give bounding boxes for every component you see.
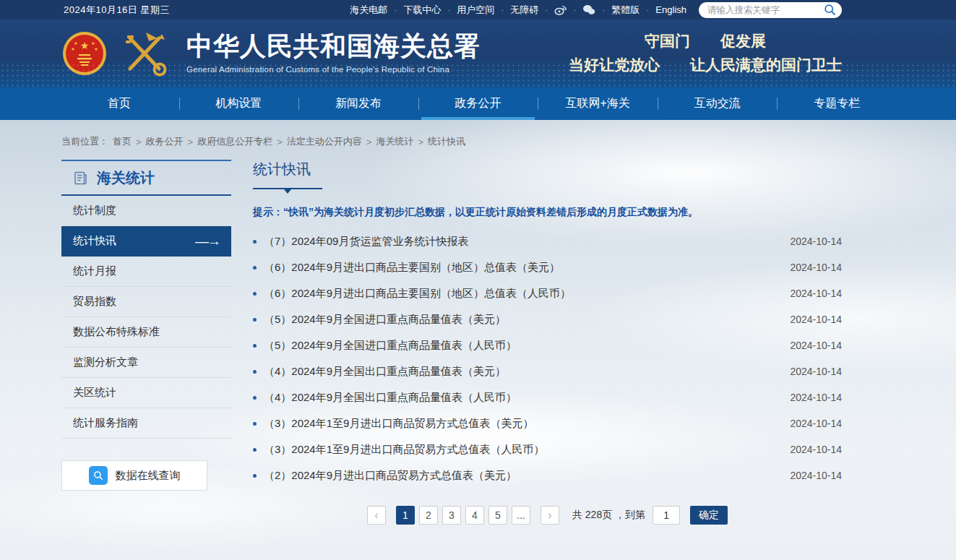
content-area: 当前位置： 首页 > 政务公开 > 政府信息公开专栏 > 法定主动公开内容 > … (0, 120, 956, 560)
page-button-5[interactable]: 5 (488, 506, 507, 525)
sidebar-title: 海关统计 (61, 160, 231, 196)
bullet-icon (253, 370, 257, 374)
sidebar-item-analysis-articles[interactable]: 监测分析文章 —→ (61, 348, 231, 378)
page-button-4[interactable]: 4 (465, 506, 484, 525)
toplink-userspace[interactable]: 用户空间 (457, 4, 494, 17)
dot-separator: · (447, 5, 450, 15)
news-link[interactable]: （3）2024年1至9月进出口商品贸易方式总值表（美元） (264, 417, 775, 431)
sidebar-item-statistics-express[interactable]: 统计快讯 —→ (61, 226, 231, 257)
news-date: 2024-10-14 (790, 470, 842, 481)
pagination: ‹ 1 2 3 4 5 ... › 共 228页 ，到第 确定 (253, 506, 842, 525)
search-input[interactable] (707, 5, 824, 15)
sidebar-item-label: 统计月报 (73, 264, 116, 278)
breadcrumb-home[interactable]: 首页 (113, 135, 132, 148)
news-link[interactable]: （4）2024年9月全国出口重点商品量值表（美元） (264, 365, 775, 379)
list-item: （3）2024年1至9月进出口商品贸易方式总值表（美元） 2024-10-14 (253, 410, 842, 436)
news-link[interactable]: （4）2024年9月全国出口重点商品量值表（人民币） (264, 391, 775, 405)
sidebar-item-district-statistics[interactable]: 关区统计 —→ (61, 378, 231, 408)
slogan-line-1: 守国门 促发展 (569, 30, 842, 53)
weibo-icon[interactable] (554, 4, 567, 15)
breadcrumb: 当前位置： 首页 > 政务公开 > 政府信息公开专栏 > 法定主动公开内容 > … (59, 120, 897, 148)
sidebar-item-statistics-system[interactable]: 统计制度 —→ (61, 196, 231, 226)
title-underline (253, 188, 322, 189)
current-date: 2024年10月16日 星期三 (64, 4, 170, 17)
site-logo[interactable]: ★ ★ ★ ★ ★ (62, 30, 171, 77)
sidebar-item-label: 监测分析文章 (73, 356, 138, 369)
breadcrumb-customs-statistics[interactable]: 海关统计 (376, 135, 413, 148)
breadcrumb-statistics-express: 统计快讯 (428, 135, 465, 148)
dot-separator: · (501, 5, 504, 15)
online-data-query-button[interactable]: 数据在线查询 (61, 460, 207, 491)
news-link[interactable]: （5）2024年9月全国进口重点商品量值表（美元） (264, 313, 775, 327)
query-button-label: 数据在线查询 (116, 469, 181, 483)
sidebar-item-service-guide[interactable]: 统计服务指南 —→ (61, 408, 231, 439)
nav-item-home[interactable]: 首页 (59, 87, 179, 120)
toplink-downloads[interactable]: 下载中心 (403, 4, 441, 17)
sidebar-item-special-standards[interactable]: 数据公布特殊标准 —→ (61, 317, 231, 348)
bullet-icon (253, 318, 257, 322)
next-page-button[interactable]: › (541, 506, 559, 525)
site-subtitle: General Administration of Customs of the… (186, 66, 481, 74)
list-item: （5）2024年9月全国进口重点商品量值表（人民币） 2024-10-14 (253, 332, 842, 358)
notice-text: 提示：“快讯”为海关统计月度初步汇总数据，以更正统计原始资料差错后形成的月度正式… (253, 206, 842, 219)
toplink-english[interactable]: English (655, 4, 686, 15)
svg-text:★: ★ (74, 41, 77, 46)
sidebar-item-monthly-report[interactable]: 统计月报 —→ (61, 257, 231, 287)
sidebar-item-trade-index[interactable]: 贸易指数 —→ (61, 287, 231, 317)
nav-item-news[interactable]: 新闻发布 (298, 87, 418, 120)
svg-text:★: ★ (94, 47, 98, 51)
search-icon[interactable] (824, 4, 836, 16)
page-button-2[interactable]: 2 (419, 506, 438, 525)
breadcrumb-statutory-content[interactable]: 法定主动公开内容 (287, 135, 362, 148)
bullet-icon (253, 448, 257, 452)
dot-separator: · (646, 5, 649, 15)
page-button-3[interactable]: 3 (442, 506, 461, 525)
header-slogan: 守国门 促发展 当好让党放心 让人民满意的国门卫士 (569, 30, 842, 77)
site-search[interactable] (699, 2, 842, 18)
list-item: （6）2024年9月进出口商品主要国别（地区）总值表（人民币） 2024-10-… (253, 280, 842, 306)
page-button-ellipsis[interactable]: ... (512, 506, 530, 525)
news-date: 2024-10-14 (790, 340, 842, 351)
goto-page-input[interactable] (653, 506, 680, 525)
customs-emblem-icon (117, 30, 171, 77)
bullet-icon (253, 422, 257, 426)
query-search-icon (89, 466, 108, 485)
total-pages-text: 共 228页 ，到第 (572, 509, 645, 522)
list-item: （7）2024年09月货运监管业务统计快报表 2024-10-14 (253, 228, 842, 254)
nav-item-gov-affairs[interactable]: 政务公开 (418, 87, 538, 120)
news-list: （7）2024年09月货运监管业务统计快报表 2024-10-14 （6）202… (253, 228, 842, 488)
toplink-accessibility[interactable]: 无障碍 (510, 4, 538, 17)
topbar-links: 海关电邮 · 下载中心 · 用户空间 · 无障碍 · · · 繁體版 · Eng… (350, 2, 842, 18)
active-arrow-icon: —→ (195, 233, 220, 249)
news-link[interactable]: （3）2024年1至9月进出口商品贸易方式总值表（人民币） (264, 443, 775, 457)
page-button-1[interactable]: 1 (396, 506, 415, 525)
breadcrumb-gov-affairs[interactable]: 政务公开 (146, 135, 184, 148)
news-link[interactable]: （5）2024年9月全国进口重点商品量值表（人民币） (264, 339, 775, 353)
dot-separator: · (545, 5, 548, 15)
site-title-block: 中华人民共和国海关总署 General Administration of Cu… (186, 33, 481, 74)
nav-item-interaction[interactable]: 互动交流 (658, 87, 778, 120)
breadcrumb-info-disclosure[interactable]: 政府信息公开专栏 (197, 135, 272, 148)
prev-page-button[interactable]: ‹ (367, 506, 386, 525)
breadcrumb-separator: > (188, 137, 194, 147)
main-panel: 统计快讯 提示：“快讯”为海关统计月度初步汇总数据，以更正统计原始资料差错后形成… (253, 160, 897, 525)
wechat-icon[interactable] (582, 4, 595, 15)
news-date: 2024-10-14 (790, 314, 842, 325)
news-link[interactable]: （2）2024年9月进出口商品贸易方式总值表（美元） (264, 469, 775, 483)
nav-item-internet-customs[interactable]: 互联网+海关 (538, 87, 658, 120)
news-link[interactable]: （6）2024年9月进出口商品主要国别（地区）总值表（美元） (264, 261, 775, 275)
nav-item-organization[interactable]: 机构设置 (179, 87, 299, 120)
news-date: 2024-10-14 (790, 418, 842, 429)
nav-item-special-topics[interactable]: 专题专栏 (777, 87, 897, 120)
news-link[interactable]: （6）2024年9月进出口商品主要国别（地区）总值表（人民币） (264, 287, 775, 301)
list-item: （3）2024年1至9月进出口商品贸易方式总值表（人民币） 2024-10-14 (253, 436, 842, 462)
bullet-icon (253, 344, 257, 348)
news-link[interactable]: （7）2024年09月货运监管业务统计快报表 (264, 235, 775, 249)
toplink-mail[interactable]: 海关电邮 (350, 4, 387, 17)
sidebar-item-label: 数据公布特殊标准 (73, 325, 160, 339)
confirm-button[interactable]: 确定 (690, 506, 728, 525)
toplink-traditional[interactable]: 繁體版 (611, 4, 640, 17)
svg-text:★: ★ (71, 47, 74, 51)
bullet-icon (253, 474, 257, 478)
bullet-icon (253, 266, 257, 270)
